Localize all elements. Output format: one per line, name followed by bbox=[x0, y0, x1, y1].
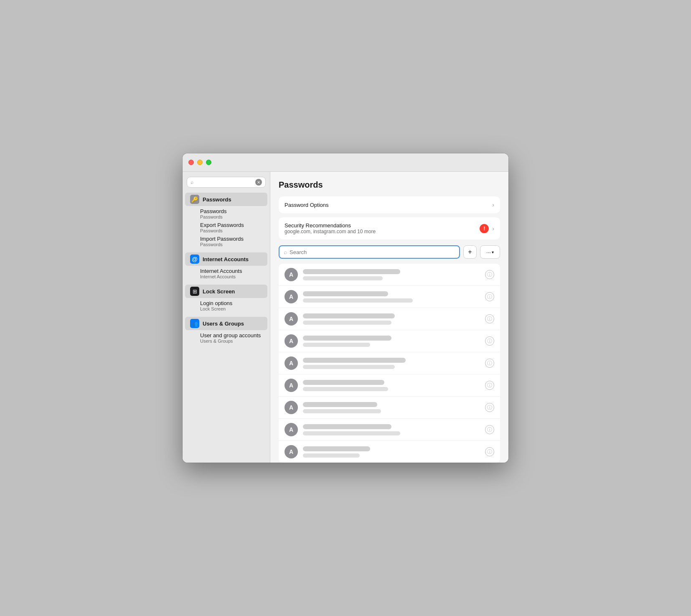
avatar: A bbox=[285, 379, 298, 392]
password-info bbox=[303, 269, 480, 280]
warning-icon: ! bbox=[480, 224, 489, 233]
sidebar-sub-internet-sublabel: Internet Accounts bbox=[200, 274, 265, 279]
password-user-blur bbox=[303, 365, 395, 369]
password-user-blur bbox=[303, 343, 370, 347]
sidebar-section-lock-screen: ⊞ Lock Screen Login options Lock Screen bbox=[183, 285, 270, 315]
sidebar-passwords-label: Passwords bbox=[203, 196, 231, 203]
sidebar-search-clear-button[interactable]: ✕ bbox=[255, 179, 262, 186]
info-button[interactable]: ⓘ bbox=[485, 292, 494, 301]
table-row[interactable]: A ⓘ bbox=[279, 374, 500, 397]
password-domain-blur bbox=[303, 358, 406, 363]
sidebar-search-box[interactable]: ⌕ passwords ✕ bbox=[187, 177, 266, 188]
info-button[interactable]: ⓘ bbox=[485, 381, 494, 390]
password-options-label: Password Options bbox=[285, 202, 329, 208]
info-button[interactable]: ⓘ bbox=[485, 359, 494, 368]
info-button[interactable]: ⓘ bbox=[485, 403, 494, 412]
password-domain-blur bbox=[303, 446, 370, 451]
table-row[interactable]: A ⓘ bbox=[279, 308, 500, 330]
sidebar-search-input[interactable]: passwords bbox=[195, 179, 254, 186]
security-recommendations-row[interactable]: Security Recommendations google.com, ins… bbox=[279, 217, 500, 239]
sidebar-sub-export-passwords[interactable]: Export Passwords Passwords bbox=[183, 221, 270, 234]
more-chevron-icon: ▾ bbox=[492, 250, 494, 255]
sidebar-sub-internet-accounts[interactable]: Internet Accounts Internet Accounts bbox=[183, 267, 270, 280]
lock-screen-icon: ⊞ bbox=[190, 287, 199, 296]
sidebar-item-passwords[interactable]: 🔑 Passwords bbox=[185, 193, 267, 206]
security-text: Security Recommendations google.com, ins… bbox=[285, 222, 376, 234]
sidebar-item-internet-accounts[interactable]: @ Internet Accounts bbox=[185, 252, 267, 266]
sidebar-item-users-groups[interactable]: 👥 Users & Groups bbox=[185, 317, 267, 330]
table-row[interactable]: A ⓘ bbox=[279, 330, 500, 352]
sidebar-sub-import-sublabel: Passwords bbox=[200, 242, 265, 247]
sidebar-users-groups-sub-items: User and group accounts Users & Groups bbox=[183, 330, 270, 347]
sidebar-sub-passwords-sublabel: Passwords bbox=[200, 214, 265, 219]
sidebar-sub-passwords[interactable]: Passwords Passwords bbox=[183, 207, 270, 221]
security-subtitle: google.com, instagram.com and 10 more bbox=[285, 229, 376, 234]
sidebar-section-passwords: 🔑 Passwords Passwords Passwords Export P… bbox=[183, 193, 270, 251]
table-row[interactable]: A ⓘ bbox=[279, 264, 500, 286]
sidebar-sub-export-label: Export Passwords bbox=[200, 222, 265, 228]
password-user-blur bbox=[303, 453, 360, 458]
close-button[interactable] bbox=[188, 160, 194, 165]
sidebar-section-internet-accounts: @ Internet Accounts Internet Accounts In… bbox=[183, 252, 270, 283]
password-domain-blur bbox=[303, 380, 384, 385]
sidebar-lock-screen-sub-items: Login options Lock Screen bbox=[183, 298, 270, 315]
search-toolbar: ⌕ + ··· ▾ bbox=[279, 245, 500, 259]
users-groups-icon: 👥 bbox=[190, 319, 199, 328]
password-domain-blur bbox=[303, 424, 391, 429]
sidebar-sub-import-label: Import Passwords bbox=[200, 236, 265, 242]
password-domain-blur bbox=[303, 291, 388, 296]
main-search-input[interactable] bbox=[290, 249, 455, 255]
password-user-blur bbox=[303, 409, 381, 413]
sidebar-sub-user-accounts[interactable]: User and group accounts Users & Groups bbox=[183, 331, 270, 345]
password-info bbox=[303, 336, 480, 347]
sidebar-sub-login-options[interactable]: Login options Lock Screen bbox=[183, 299, 270, 313]
password-user-blur bbox=[303, 276, 383, 280]
security-right: ! › bbox=[480, 224, 494, 233]
info-button[interactable]: ⓘ bbox=[485, 336, 494, 346]
sidebar-sub-export-sublabel: Passwords bbox=[200, 228, 265, 233]
table-row[interactable]: A ⓘ bbox=[279, 397, 500, 419]
table-row[interactable]: A ⓘ bbox=[279, 441, 500, 463]
avatar: A bbox=[285, 334, 298, 348]
main-panel: Passwords Password Options › Security Re… bbox=[270, 172, 508, 463]
password-info bbox=[303, 313, 480, 325]
sidebar-sub-passwords-label: Passwords bbox=[200, 208, 265, 214]
more-options-button[interactable]: ··· ▾ bbox=[480, 245, 500, 259]
password-user-blur bbox=[303, 321, 391, 325]
sidebar-item-lock-screen[interactable]: ⊞ Lock Screen bbox=[185, 285, 267, 298]
passwords-icon: 🔑 bbox=[190, 195, 199, 204]
password-user-blur bbox=[303, 431, 400, 435]
info-button[interactable]: ⓘ bbox=[485, 270, 494, 279]
maximize-button[interactable] bbox=[206, 160, 211, 165]
password-domain-blur bbox=[303, 336, 391, 341]
table-row[interactable]: A ⓘ bbox=[279, 286, 500, 308]
minimize-button[interactable] bbox=[197, 160, 203, 165]
avatar: A bbox=[285, 312, 298, 326]
password-list: A ⓘ A ⓘ A bbox=[279, 264, 500, 463]
sidebar-search-icon: ⌕ bbox=[191, 179, 193, 185]
main-search-box[interactable]: ⌕ bbox=[279, 245, 460, 259]
info-button[interactable]: ⓘ bbox=[485, 425, 494, 434]
table-row[interactable]: A ⓘ bbox=[279, 352, 500, 374]
password-domain-blur bbox=[303, 402, 377, 407]
sidebar: ⌕ passwords ✕ 🔑 Passwords Passwords Pass… bbox=[183, 172, 270, 463]
internet-accounts-icon: @ bbox=[190, 255, 199, 264]
info-button[interactable]: ⓘ bbox=[485, 314, 494, 323]
sidebar-passwords-sub-items: Passwords Passwords Export Passwords Pas… bbox=[183, 206, 270, 251]
add-password-button[interactable]: + bbox=[463, 245, 477, 259]
password-options-row[interactable]: Password Options › bbox=[279, 196, 500, 213]
traffic-lights bbox=[188, 160, 211, 165]
password-domain-blur bbox=[303, 313, 395, 318]
avatar: A bbox=[285, 401, 298, 414]
password-info bbox=[303, 424, 480, 435]
sidebar-sub-import-passwords[interactable]: Import Passwords Passwords bbox=[183, 234, 270, 248]
sidebar-sub-internet-label: Internet Accounts bbox=[200, 268, 265, 274]
system-preferences-window: ⌕ passwords ✕ 🔑 Passwords Passwords Pass… bbox=[183, 153, 508, 463]
password-info bbox=[303, 291, 480, 303]
avatar: A bbox=[285, 423, 298, 436]
password-user-blur bbox=[303, 387, 388, 391]
table-row[interactable]: A ⓘ bbox=[279, 419, 500, 441]
info-button[interactable]: ⓘ bbox=[485, 447, 494, 456]
password-domain-blur bbox=[303, 269, 400, 274]
sidebar-internet-accounts-sub-items: Internet Accounts Internet Accounts bbox=[183, 266, 270, 283]
